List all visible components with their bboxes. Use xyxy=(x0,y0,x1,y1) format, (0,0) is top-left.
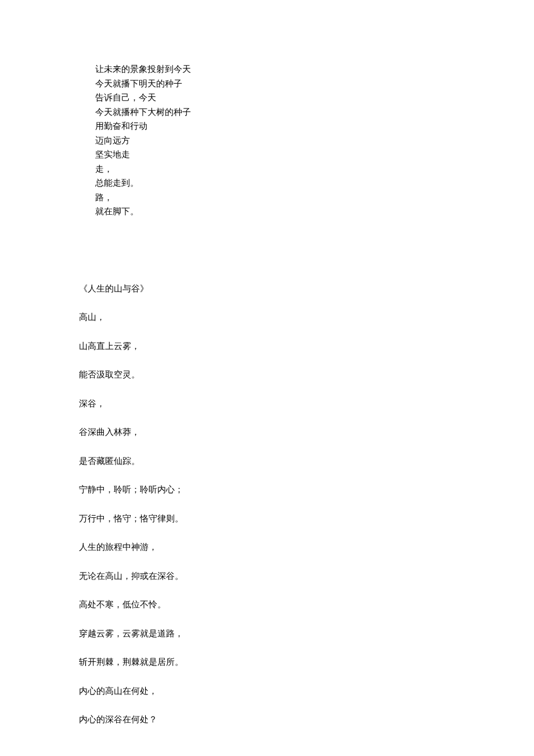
poem-line: 用勤奋和行动 xyxy=(95,120,474,133)
poem-1-block: 让未来的景象投射到今天 今天就播下明天的种子 告诉自己，今天 今天就播种下大树的… xyxy=(79,63,474,218)
poem-line: 路， xyxy=(95,191,474,204)
poem-line: 总能走到。 xyxy=(95,177,474,190)
poem-line: 内心的深谷在何处？ xyxy=(79,713,474,726)
poem-2-title: 《人生的山与谷》 xyxy=(79,282,474,296)
poem-line: 走， xyxy=(95,163,474,176)
poem-line: 山高直上云雾， xyxy=(79,340,474,353)
poem-line: 迈向远方 xyxy=(95,134,474,147)
poem-line: 无论在高山，抑或在深谷。 xyxy=(79,570,474,583)
poem-line: 今天就播下明天的种子 xyxy=(95,77,474,91)
poem-line: 内心的高山在何处， xyxy=(79,685,474,698)
poem-line: 宁静中，聆听；聆听内心； xyxy=(79,483,474,496)
poem-line: 告诉自己，今天 xyxy=(95,91,474,105)
poem-line: 人生的旅程中神游， xyxy=(79,541,474,554)
document-page: 让未来的景象投射到今天 今天就播下明天的种子 告诉自己，今天 今天就播种下大树的… xyxy=(0,0,474,756)
poem-line: 今天就播种下大树的种子 xyxy=(95,106,474,119)
poem-line: 让未来的景象投射到今天 xyxy=(95,63,474,76)
poem-line: 高山， xyxy=(79,311,474,324)
poem-line: 斩开荆棘，荆棘就是居所。 xyxy=(79,656,474,669)
poem-line: 能否汲取空灵。 xyxy=(79,368,474,381)
poem-line: 万行中，恪守；恪守律则。 xyxy=(79,512,474,525)
poem-line: 高处不寒，低位不怜。 xyxy=(79,598,474,611)
poem-line: 就在脚下。 xyxy=(95,205,474,218)
poem-line: 坚实地走 xyxy=(95,148,474,161)
poem-line: 深谷， xyxy=(79,397,474,411)
poem-2-block: 《人生的山与谷》 高山， 山高直上云雾， 能否汲取空灵。 深谷， 谷深曲入林莽，… xyxy=(79,282,474,726)
poem-line: 谷深曲入林莽， xyxy=(79,426,474,439)
poem-line: 穿越云雾，云雾就是道路， xyxy=(79,627,474,640)
poem-line: 是否藏匿仙踪。 xyxy=(79,455,474,468)
